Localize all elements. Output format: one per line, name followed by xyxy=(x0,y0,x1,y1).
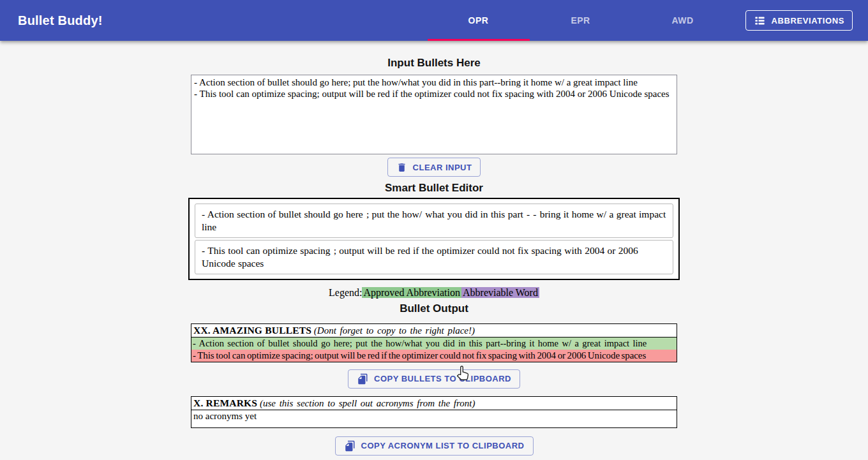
clear-input-button[interactable]: CLEAR INPUT xyxy=(387,158,481,177)
legend-approved-abbreviation: Approved Abbreviation xyxy=(362,287,461,298)
bullet-output-header: XX. AMAZING BULLETS (Dont forget to copy… xyxy=(191,324,677,338)
smart-bullet-editor: - Action section of bullet should go her… xyxy=(188,198,680,280)
remarks-header: X. REMARKS (use this section to spell ou… xyxy=(191,397,677,410)
legend-abbreviable-word: Abbreviable Word xyxy=(461,287,539,298)
copy-icon xyxy=(344,440,355,452)
copy-bullets-label: COPY BULLETS TO CLIPBOARD xyxy=(374,374,511,383)
output-heading: Bullet Output xyxy=(191,302,677,315)
bullet-input-textarea[interactable]: - Action section of bullet should go her… xyxy=(191,75,677,154)
remarks-box: X. REMARKS (use this section to spell ou… xyxy=(191,396,677,428)
copy-acronyms-label: COPY ACRONYM LIST TO CLIPBOARD xyxy=(361,441,525,450)
remarks-subtitle: (use this section to spell out acronyms … xyxy=(260,398,475,408)
main-content: Input Bullets Here - Action section of b… xyxy=(191,41,677,456)
app-header: Bullet Buddy! OPR EPR AWD ABBREVIATIONS xyxy=(0,0,868,41)
bullet-output-subtitle: (Dont forget to copy to the right place!… xyxy=(314,325,475,336)
tab-opr-label: OPR xyxy=(468,15,489,26)
output-bullet-overflow: - This tool can optimize spacing; output… xyxy=(191,350,677,362)
trash-icon xyxy=(396,162,407,173)
remarks-body: no acronyms yet xyxy=(191,410,677,427)
copy-icon xyxy=(357,373,368,385)
tab-opr[interactable]: OPR xyxy=(428,0,530,41)
tab-bar: OPR EPR AWD xyxy=(428,0,734,41)
editor-bullet-1[interactable]: - Action section of bullet should go her… xyxy=(195,204,673,238)
output-bullet-optimized: - Action section of bullet should go her… xyxy=(191,338,677,350)
tab-awd-label: AWD xyxy=(671,15,693,26)
copy-acronyms-button[interactable]: COPY ACRONYM LIST TO CLIPBOARD xyxy=(335,436,534,456)
tab-epr[interactable]: EPR xyxy=(530,0,632,41)
app-title: Bullet Buddy! xyxy=(0,13,103,28)
bullet-output-box: XX. AMAZING BULLETS (Dont forget to copy… xyxy=(191,323,677,362)
remarks-title: X. REMARKS xyxy=(193,397,257,408)
tab-awd[interactable]: AWD xyxy=(632,0,734,41)
input-heading: Input Bullets Here xyxy=(191,41,677,70)
editor-bullet-2[interactable]: - This tool can optimize spacing ; outpu… xyxy=(195,240,673,274)
list-icon xyxy=(754,15,766,27)
abbreviations-button[interactable]: ABBREVIATIONS xyxy=(745,10,853,31)
legend: Legend:Approved AbbreviationAbbreviable … xyxy=(191,287,677,299)
bullet-output-title: XX. AMAZING BULLETS xyxy=(193,325,311,336)
editor-heading: Smart Bullet Editor xyxy=(191,182,677,195)
active-tab-indicator xyxy=(428,39,530,41)
copy-bullets-button[interactable]: COPY BULLETS TO CLIPBOARD xyxy=(348,369,520,389)
abbreviations-button-label: ABBREVIATIONS xyxy=(772,16,844,26)
tab-epr-label: EPR xyxy=(571,15,590,26)
clear-input-label: CLEAR INPUT xyxy=(413,163,472,172)
legend-label: Legend: xyxy=(329,287,362,298)
